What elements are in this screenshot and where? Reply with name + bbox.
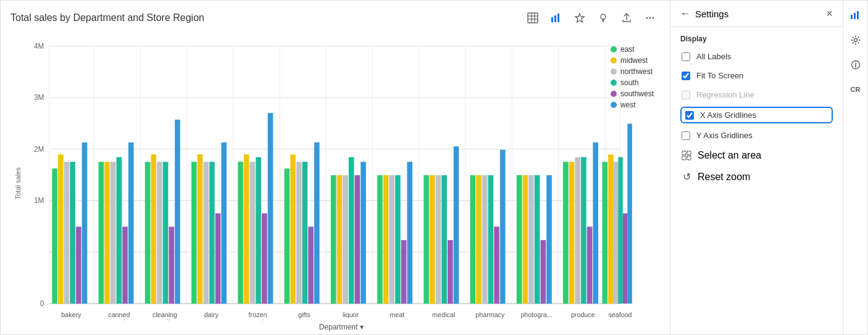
settings-panel: ← Settings × Display All Labels Fit To S…: [670, 1, 843, 334]
svg-text:goods: goods: [110, 318, 128, 321]
sidebar-gear-button[interactable]: [846, 30, 866, 50]
select-area-row[interactable]: Select an area: [680, 147, 833, 163]
svg-rect-88: [361, 162, 366, 304]
y-axis-gridlines-checkbox[interactable]: [682, 131, 690, 140]
legend-label-northwest: northwest: [620, 67, 653, 76]
svg-text:liquor: liquor: [343, 311, 359, 318]
svg-rect-81: [314, 143, 320, 304]
svg-rect-62: [198, 154, 203, 304]
svg-rect-66: [221, 143, 227, 304]
legend-dot-northwest: [611, 68, 617, 75]
svg-rect-136: [851, 15, 853, 19]
right-sidebar: CR: [843, 1, 867, 334]
svg-rect-87: [355, 175, 361, 304]
svg-rect-83: [331, 175, 336, 304]
svg-rect-135: [687, 156, 691, 160]
svg-rect-39: [58, 154, 64, 304]
regression-line-label: Regression Line: [696, 90, 754, 99]
svg-rect-91: [383, 175, 389, 304]
svg-text:3M: 3M: [34, 93, 44, 102]
svg-rect-42: [76, 226, 81, 304]
svg-rect-76: [285, 168, 290, 304]
legend-item-east: east: [611, 45, 654, 54]
sidebar-cr-button[interactable]: CR: [846, 80, 866, 99]
sidebar-chart-button[interactable]: [846, 6, 866, 25]
reset-zoom-label[interactable]: Reset zoom: [698, 172, 750, 183]
svg-text:2M: 2M: [34, 145, 44, 154]
svg-rect-130: [627, 123, 632, 304]
svg-rect-79: [303, 162, 308, 304]
select-area-label[interactable]: Select an area: [698, 150, 761, 161]
legend-dot-southwest: [611, 91, 617, 97]
settings-close-button[interactable]: ×: [826, 8, 833, 19]
svg-rect-114: [535, 175, 540, 304]
bulb-button[interactable]: [593, 8, 613, 28]
svg-rect-70: [250, 162, 256, 304]
svg-rect-120: [575, 157, 580, 304]
svg-rect-109: [500, 150, 506, 304]
svg-rect-5: [551, 17, 553, 22]
legend-dot-east: [611, 46, 617, 52]
legend-label-southwest: southwest: [620, 89, 654, 98]
y-axis-gridlines-label[interactable]: Y Axis Gridlines: [696, 131, 753, 140]
svg-text:meat: meat: [390, 311, 404, 318]
all-labels-label[interactable]: All Labels: [696, 52, 731, 61]
fit-to-screen-checkbox[interactable]: [682, 72, 690, 80]
svg-text:0: 0: [40, 299, 44, 308]
svg-point-11: [653, 17, 654, 19]
svg-rect-50: [128, 143, 134, 304]
svg-rect-64: [209, 162, 215, 304]
svg-rect-77: [290, 154, 296, 304]
dropdown-arrow-icon[interactable]: ▾: [360, 323, 364, 331]
y-axis-label: Total sales: [10, 33, 23, 334]
svg-text:bakery: bakery: [61, 311, 81, 318]
fit-to-screen-label[interactable]: Fit To Screen: [696, 71, 743, 80]
svg-rect-101: [448, 240, 453, 304]
chart-view-button[interactable]: [546, 8, 566, 28]
x-axis-gridlines-label[interactable]: X Axis Gridlines: [700, 110, 756, 120]
svg-text:produce: produce: [571, 311, 595, 318]
regression-line-checkbox: [682, 91, 690, 99]
svg-text:goods: goods: [249, 318, 267, 321]
svg-rect-46: [104, 162, 110, 304]
svg-rect-134: [682, 156, 686, 160]
legend-label-east: east: [620, 45, 635, 54]
table-view-button[interactable]: [523, 8, 543, 28]
sidebar-info-button[interactable]: [846, 55, 866, 75]
svg-rect-47: [111, 162, 116, 304]
svg-point-8: [601, 14, 606, 19]
x-axis-label: Department ▾: [23, 320, 660, 334]
legend-item-west: west: [611, 101, 654, 109]
svg-rect-97: [424, 175, 429, 304]
svg-rect-73: [268, 113, 273, 304]
reset-zoom-icon: ↺: [682, 171, 691, 183]
svg-rect-54: [151, 154, 156, 304]
regression-line-row: Regression Line: [680, 88, 833, 102]
settings-back-button[interactable]: ←: [680, 8, 690, 19]
svg-rect-65: [215, 213, 221, 304]
all-labels-checkbox[interactable]: [682, 52, 690, 61]
svg-text:photogra...: photogra...: [520, 311, 552, 318]
more-button[interactable]: [640, 8, 660, 28]
svg-rect-138: [857, 11, 859, 19]
display-label: Display: [680, 35, 833, 43]
svg-rect-85: [343, 175, 348, 304]
settings-header: ← Settings ×: [670, 1, 843, 27]
svg-text:medical: medical: [432, 311, 455, 318]
svg-rect-104: [470, 175, 476, 304]
legend-dot-midwest: [611, 57, 617, 64]
main-area: Total sales by Department and Store Regi…: [1, 1, 670, 334]
reset-zoom-row[interactable]: ↺ Reset zoom: [680, 168, 833, 185]
legend-item-south: south: [611, 78, 654, 87]
svg-rect-57: [169, 226, 175, 304]
pin-button[interactable]: [570, 8, 590, 28]
x-axis-gridlines-checkbox[interactable]: [685, 111, 694, 120]
svg-rect-41: [70, 162, 75, 304]
y-axis-gridlines-row: Y Axis Gridlines: [680, 128, 833, 143]
legend-dot-south: [611, 80, 617, 86]
svg-rect-95: [407, 162, 412, 304]
svg-text:supplies: supplies: [152, 318, 177, 321]
legend-label-midwest: midwest: [620, 56, 648, 65]
share-button[interactable]: [617, 8, 636, 28]
svg-rect-129: [623, 213, 628, 304]
